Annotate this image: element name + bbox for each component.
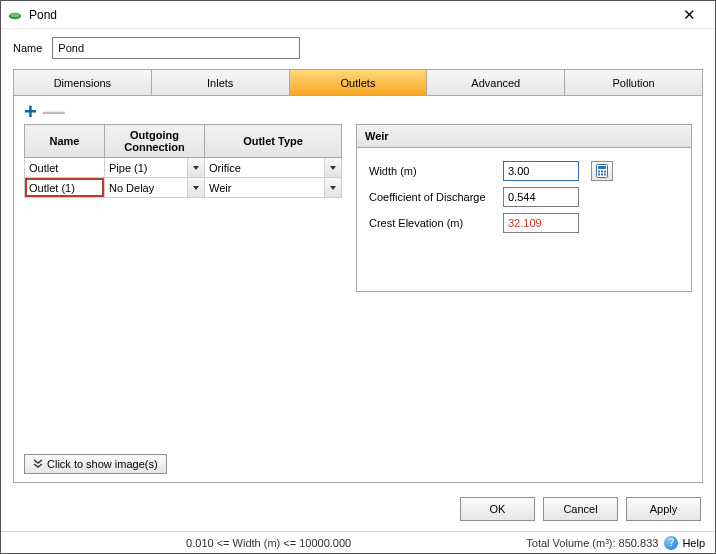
statusbar: 0.010 <= Width (m) <= 10000.000 Total Vo…	[1, 531, 715, 553]
dialog-buttons: OK Cancel Apply	[1, 491, 715, 531]
app-icon	[7, 7, 23, 23]
col-conn[interactable]: Outgoing Connection	[105, 125, 205, 158]
name-label: Name	[13, 42, 42, 54]
crest-row: Crest Elevation (m)	[369, 210, 679, 236]
apply-button[interactable]: Apply	[626, 497, 701, 521]
crest-label: Crest Elevation (m)	[369, 217, 497, 229]
help-icon: ?	[664, 536, 678, 550]
svg-rect-6	[604, 171, 606, 173]
status-volume: Total Volume (m³): 850.833	[526, 537, 658, 549]
pond-dialog: Pond ✕ Name Dimensions Inlets Outlets Ad…	[0, 0, 716, 554]
cell-name[interactable]: Outlet	[25, 158, 104, 177]
coef-input[interactable]	[503, 187, 579, 207]
svg-rect-7	[598, 174, 600, 176]
tab-advanced[interactable]: Advanced	[427, 69, 565, 95]
close-button[interactable]: ✕	[669, 6, 709, 24]
tab-dimensions[interactable]: Dimensions	[13, 69, 152, 95]
coef-label: Coefficient of Discharge	[369, 191, 497, 203]
chevrons-down-icon	[33, 459, 43, 469]
svg-rect-9	[604, 174, 606, 176]
name-input[interactable]	[52, 37, 300, 59]
grid-toolbar: + —	[24, 104, 692, 120]
columns: Name Outgoing Connection Outlet Type Out…	[24, 124, 692, 292]
ok-button[interactable]: OK	[460, 497, 535, 521]
cell-type-dropdown[interactable]: Orifice	[205, 158, 341, 177]
width-label: Width (m)	[369, 165, 497, 177]
tab-inlets[interactable]: Inlets	[152, 69, 290, 95]
name-row: Name	[1, 29, 715, 69]
cell-name[interactable]: Outlet (1)	[25, 178, 104, 197]
chevron-down-icon[interactable]	[324, 178, 341, 197]
svg-rect-5	[601, 171, 603, 173]
svg-point-1	[11, 13, 19, 17]
cancel-button[interactable]: Cancel	[543, 497, 618, 521]
svg-rect-3	[598, 166, 606, 169]
cell-conn-dropdown[interactable]: No Delay	[105, 178, 204, 197]
help-link[interactable]: ? Help	[664, 536, 705, 550]
calculator-button[interactable]	[591, 161, 613, 181]
tabbar: Dimensions Inlets Outlets Advanced Pollu…	[13, 69, 703, 95]
tab-pollution[interactable]: Pollution	[565, 69, 703, 95]
chevron-down-icon[interactable]	[187, 178, 204, 197]
chevron-down-icon[interactable]	[187, 158, 204, 177]
chevron-down-icon[interactable]	[324, 158, 341, 177]
cell-type-dropdown[interactable]: Weir	[205, 178, 341, 197]
add-outlet-button[interactable]: +	[24, 104, 37, 120]
cell-conn-dropdown[interactable]: Pipe (1)	[105, 158, 204, 177]
tab-outlets[interactable]: Outlets	[290, 69, 428, 95]
table-row[interactable]: Outlet (1) No Delay Weir	[25, 178, 342, 198]
col-name[interactable]: Name	[25, 125, 105, 158]
coef-row: Coefficient of Discharge	[369, 184, 679, 210]
remove-outlet-button[interactable]: —	[43, 104, 65, 120]
titlebar: Pond ✕	[1, 1, 715, 29]
weir-panel: Weir Width (m) Coefficient of Discharge …	[356, 124, 692, 292]
panel-title: Weir	[357, 125, 691, 148]
window-title: Pond	[29, 8, 669, 22]
col-type[interactable]: Outlet Type	[205, 125, 342, 158]
crest-input[interactable]	[503, 213, 579, 233]
width-input[interactable]	[503, 161, 579, 181]
tab-content: + — Name Outgoing Connection Outlet Type	[13, 95, 703, 483]
status-hint: 0.010 <= Width (m) <= 10000.000	[11, 537, 526, 549]
outlets-grid: Name Outgoing Connection Outlet Type Out…	[24, 124, 342, 198]
svg-rect-8	[601, 174, 603, 176]
show-images-button[interactable]: Click to show image(s)	[24, 454, 167, 474]
svg-rect-4	[598, 171, 600, 173]
table-row[interactable]: Outlet Pipe (1) Orifice	[25, 158, 342, 178]
width-row: Width (m)	[369, 158, 679, 184]
